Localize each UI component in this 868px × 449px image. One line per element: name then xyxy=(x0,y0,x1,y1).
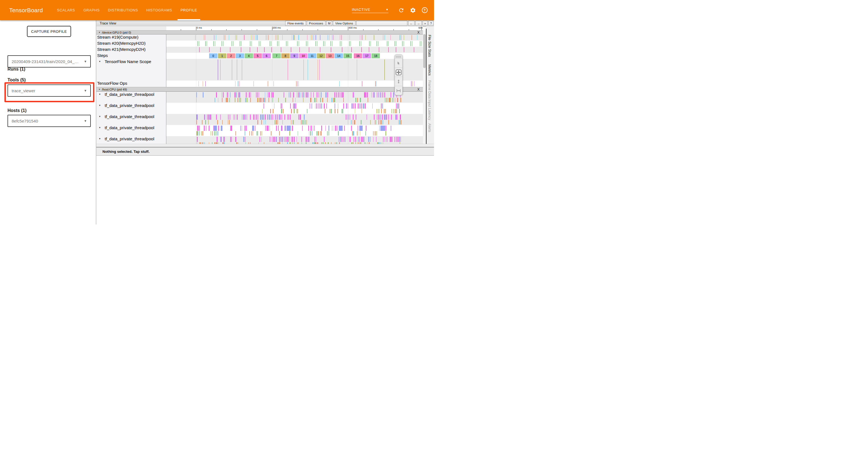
row-timeline[interactable] xyxy=(166,136,423,144)
trace-event xyxy=(396,41,397,46)
gridline xyxy=(196,47,196,53)
pan-tool-button[interactable] xyxy=(395,67,402,77)
trace-event xyxy=(202,120,203,124)
row-label[interactable]: ▾tf_data_private_threadpool xyxy=(96,103,166,114)
row-label[interactable]: ▾tf_data_private_threadpool xyxy=(96,125,166,136)
drag-handle-icon[interactable] xyxy=(396,56,402,58)
row-label[interactable]: ▾tf_data_private_threadpool xyxy=(96,114,166,125)
trace-event xyxy=(275,120,275,124)
forward-button[interactable]: → xyxy=(415,21,422,26)
collapse-caret-icon[interactable]: ▾ xyxy=(99,93,100,96)
collapse-caret-icon[interactable]: ▾ xyxy=(99,115,100,118)
step-chip-14[interactable]: 14 xyxy=(335,53,343,58)
step-chip-0[interactable]: 0 xyxy=(209,53,217,58)
row-timeline[interactable] xyxy=(166,59,423,81)
section-header[interactable]: ▾/device:GPU:0 (pid 0)X xyxy=(96,30,423,34)
vertical-scrollbar[interactable] xyxy=(423,30,426,144)
trace-event xyxy=(237,115,238,120)
tools-select[interactable]: trace_viewer ▼ xyxy=(7,85,91,97)
back-button[interactable]: ← xyxy=(408,21,414,26)
row-label[interactable]: TensorFlow Ops xyxy=(96,81,166,87)
row-timeline[interactable] xyxy=(166,114,423,125)
collapse-caret-icon[interactable]: ▾ xyxy=(99,104,100,107)
step-chip-18[interactable]: 18 xyxy=(372,53,380,58)
step-chip-8[interactable]: 8 xyxy=(281,53,289,58)
expand-button[interactable]: » xyxy=(423,21,428,26)
trace-event xyxy=(279,41,279,46)
status-dropdown[interactable]: INACTIVE ▼ xyxy=(352,7,389,13)
row-timeline[interactable] xyxy=(166,103,423,114)
view-options-button[interactable]: View Options xyxy=(333,21,355,26)
step-chip-1[interactable]: 1 xyxy=(218,53,226,58)
row-timeline[interactable] xyxy=(166,81,423,87)
processes-button[interactable]: Processes xyxy=(307,21,326,26)
row-label[interactable]: ▾tf_data_private_threadpool xyxy=(96,92,166,103)
row-timeline[interactable] xyxy=(166,40,423,47)
flow-events-button[interactable]: Flow events xyxy=(285,21,306,26)
step-chip-6[interactable]: 6 xyxy=(262,53,271,58)
trace-event xyxy=(360,98,361,102)
vertical-zoom-tool-button[interactable] xyxy=(395,77,402,86)
trace-event xyxy=(282,35,283,40)
collapse-caret-icon[interactable]: ▾ xyxy=(99,126,100,129)
row-label[interactable]: Stream #20(MemcpyH2D) xyxy=(96,40,166,47)
side-tab-metrics[interactable]: Metrics xyxy=(428,64,432,76)
tab-graphs[interactable]: GRAPHS xyxy=(79,0,104,20)
step-chip-12[interactable]: 12 xyxy=(317,53,325,58)
step-chip-11[interactable]: 11 xyxy=(308,53,316,58)
capture-profile-button[interactable]: CAPTURE PROFILE xyxy=(27,26,71,37)
tab-profile[interactable]: PROFILE xyxy=(176,0,201,20)
trace-event xyxy=(384,109,384,113)
trace-event xyxy=(316,92,317,97)
step-chip-16[interactable]: 16 xyxy=(354,53,362,58)
runs-select[interactable]: 20200409-231431/train/2020_04_… ▼ xyxy=(7,55,91,67)
trace-event xyxy=(378,115,379,120)
row-timeline[interactable] xyxy=(166,34,423,40)
selection-tool-button[interactable] xyxy=(395,58,402,67)
help-button[interactable]: ? xyxy=(421,7,428,13)
timing-selection-tool-button[interactable] xyxy=(395,86,402,95)
step-chip-3[interactable]: 3 xyxy=(236,53,244,58)
close-section-button[interactable]: X xyxy=(417,31,420,34)
metadata-button[interactable]: M xyxy=(326,21,332,26)
settings-button[interactable] xyxy=(409,7,416,13)
row-label[interactable]: Stream #19(Compute) xyxy=(96,34,166,40)
row-timeline[interactable] xyxy=(166,125,423,136)
trace-event xyxy=(237,59,237,80)
side-tab-file-size-stats[interactable]: File Size Stats xyxy=(428,35,432,57)
collapse-caret-icon[interactable]: ▾ xyxy=(99,60,100,63)
scrollbar-thumb[interactable] xyxy=(423,34,426,68)
tab-scalars[interactable]: SCALARS xyxy=(53,0,79,20)
row-label[interactable]: ▾TensorFlow Name Scope xyxy=(96,59,166,81)
trace-event xyxy=(229,98,230,102)
row-timeline[interactable] xyxy=(166,92,423,103)
collapse-caret-icon[interactable]: ▾ xyxy=(99,137,100,140)
collapse-caret-icon[interactable]: ▾ xyxy=(99,88,100,91)
row-timeline[interactable] xyxy=(166,47,423,53)
row-label[interactable]: Stream #21(MemcpyD2H) xyxy=(96,47,166,53)
step-chip-2[interactable]: 2 xyxy=(227,53,235,58)
step-chip-17[interactable]: 17 xyxy=(363,53,371,58)
step-chip-13[interactable]: 13 xyxy=(326,53,334,58)
tab-distributions[interactable]: DISTRIBUTIONS xyxy=(104,0,142,20)
trace-event xyxy=(220,59,220,80)
tab-histograms[interactable]: HISTOGRAMS xyxy=(142,0,176,20)
panel-splitter[interactable] xyxy=(96,144,434,148)
step-chip-7[interactable]: 7 xyxy=(272,53,281,58)
row-label[interactable]: ▾tf_data_private_threadpool xyxy=(96,136,166,144)
step-chip-9[interactable]: 9 xyxy=(290,53,299,58)
step-chip-15[interactable]: 15 xyxy=(343,53,352,58)
step-chip-4[interactable]: 4 xyxy=(245,53,253,58)
step-chip-5[interactable]: 5 xyxy=(253,53,262,58)
trace-help-button[interactable]: ? xyxy=(429,21,433,26)
row-label[interactable]: Steps xyxy=(96,53,166,59)
hosts-select[interactable]: 8efc5e791540 ▼ xyxy=(7,115,91,127)
collapse-caret-icon[interactable]: ▾ xyxy=(99,31,100,34)
close-section-button[interactable]: X xyxy=(417,88,420,91)
section-header[interactable]: ▾/host:CPU (pid 49)X xyxy=(96,87,423,92)
trace-event xyxy=(365,131,366,136)
row-timeline[interactable]: 0123456789101112131415161718 xyxy=(166,53,423,59)
refresh-button[interactable] xyxy=(398,7,405,13)
trace-event xyxy=(379,115,380,120)
step-chip-10[interactable]: 10 xyxy=(299,53,307,58)
